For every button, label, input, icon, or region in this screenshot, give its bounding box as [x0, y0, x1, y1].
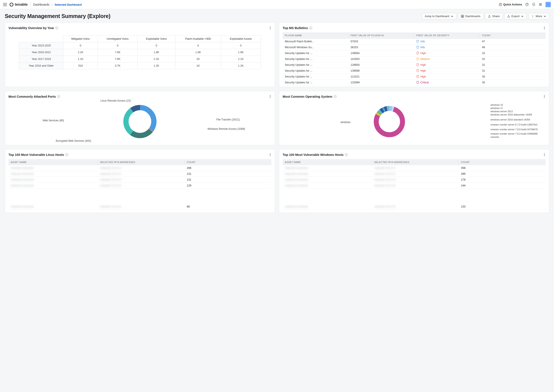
apps-icon[interactable]	[539, 3, 542, 6]
table-row[interactable]: Security Updates for ...121021High30	[283, 74, 546, 80]
jump-to-dashboard-button[interactable]: Jump to Dashboard	[422, 13, 456, 19]
ip-address: redacted 10.0.0.0	[98, 204, 185, 210]
severity: High	[414, 62, 480, 68]
svg-rect-6	[539, 4, 540, 5]
count: 32	[480, 56, 546, 62]
table-row[interactable]: Security Updates for ...126600High31	[283, 62, 546, 68]
info-icon[interactable]: i	[65, 153, 68, 156]
plugin-id: 121021	[348, 74, 414, 80]
card-menu[interactable]	[269, 94, 271, 99]
breadcrumb: Dashboards › Selected Dashboard	[33, 3, 82, 6]
breadcrumb-root[interactable]: Dashboards	[33, 3, 50, 6]
info-icon[interactable]: i	[345, 153, 348, 156]
export-button[interactable]: Export	[504, 13, 527, 19]
ip-address: redacted 10.0.0.0	[98, 171, 185, 177]
count: 358	[459, 165, 546, 171]
asset-name: redacted hostname	[283, 165, 372, 171]
topbar: tenable Dashboards › Selected Dashboard …	[0, 0, 554, 9]
table-row[interactable]: Microsoft Windows Su...38153Info46	[283, 44, 546, 50]
menu-toggle[interactable]	[3, 3, 7, 6]
os-legend: windows 10 windows 11 windows server 201…	[491, 103, 538, 139]
col-header[interactable]: COUNT	[185, 159, 271, 165]
plugin-id: 141503	[348, 56, 414, 62]
divider	[30, 2, 31, 7]
svg-rect-11	[541, 5, 542, 6]
help-icon[interactable]	[525, 3, 529, 6]
asset-name: redacted hostname	[283, 204, 372, 210]
count: 129	[185, 183, 271, 189]
share-button[interactable]: Share	[485, 13, 503, 19]
plugin-id: 139598	[348, 68, 414, 74]
severity: Info	[414, 39, 480, 44]
asset-name: redacted hostname	[283, 177, 372, 183]
col-header[interactable]: FIRST VALUE OF PLUGIN ID	[348, 32, 414, 39]
col-header[interactable]: PLUGIN NAME	[283, 32, 348, 39]
brand-logo[interactable]: tenable	[10, 2, 28, 7]
info-icon[interactable]: i	[309, 27, 312, 29]
table-row[interactable]: redacted hostnameredacted 10.0.0.0129	[8, 183, 271, 189]
table-row[interactable]: redacted hostnameredacted 10.0.0.0131	[8, 177, 271, 183]
asset-name: redacted hostname	[8, 183, 98, 189]
count: 31	[480, 62, 546, 68]
info-icon[interactable]: i	[55, 27, 58, 29]
table-row[interactable]: Security Updates for ...139598High31	[283, 68, 546, 74]
card-ms-bulletins: Top MS Bulletins i PLUGIN NAME FIRST VAL…	[279, 22, 549, 87]
table-row[interactable]: redacted hostnameredacted 10.0.0.0131	[8, 171, 271, 177]
col-header[interactable]: ASSET NAME	[283, 159, 372, 165]
severity: Critical	[414, 80, 480, 85]
linux-hosts-table: ASSET NAME SELECTED IPV4 ADDRESSES COUNT…	[8, 159, 271, 210]
info-icon[interactable]: i	[57, 95, 60, 98]
col-header[interactable]: ASSET NAME	[8, 159, 98, 165]
ip-address: redacted 10.0.0.0	[98, 183, 185, 189]
card-menu[interactable]	[543, 94, 546, 99]
svg-rect-7	[540, 4, 541, 5]
more-dots-icon	[531, 15, 534, 18]
table-row[interactable]: redacted hostnameredacted 10.0.0.0178	[283, 177, 546, 183]
card-os: Most Common Operating System i windows w…	[279, 91, 549, 145]
table-row[interactable]: redacted hostnameredacted 10.0.0.0265	[283, 171, 546, 177]
table-row[interactable]: redacted hostnameredacted 10.0.0.0133	[283, 204, 546, 210]
chevron-down-icon	[521, 15, 524, 18]
table-row[interactable]: Security Updates for ...141503Medium32	[283, 56, 546, 62]
card-menu[interactable]	[269, 152, 271, 157]
dashboards-button[interactable]: Dashboards	[458, 13, 483, 19]
table-row[interactable]: Security Updates for ...132999Critical30	[283, 80, 546, 85]
col-header[interactable]: SELECTED IPV4 ADDRESSES	[372, 159, 459, 165]
count: 131	[185, 177, 271, 183]
svg-rect-9	[539, 5, 540, 6]
count: 30	[480, 74, 546, 80]
donut-label: File Transfer (20/21)	[216, 118, 240, 121]
bell-icon[interactable]	[532, 3, 536, 6]
table-row[interactable]: redacted hostnameredacted 10.0.0.088	[8, 204, 271, 210]
card-menu[interactable]	[543, 26, 546, 30]
count: 133	[459, 204, 546, 210]
svg-rect-12	[545, 2, 551, 7]
table-row[interactable]: Microsoft Patch Bulleti...57033Info47	[283, 39, 546, 44]
svg-rect-16	[463, 16, 464, 18]
col-header[interactable]: COUNT	[480, 32, 546, 39]
count: 47	[480, 39, 546, 44]
card-menu[interactable]	[543, 152, 546, 157]
avatar[interactable]	[545, 2, 551, 7]
col-header[interactable]: COUNT	[459, 159, 546, 165]
table-row[interactable]: Security Updates for ...136564High32	[283, 50, 546, 56]
count: 178	[459, 177, 546, 183]
col-header[interactable]: SELECTED IPV4 ADDRESSES	[98, 159, 185, 165]
card-title: Most Common Operating System	[283, 95, 332, 98]
svg-point-18	[533, 16, 533, 16]
col-header[interactable]: FIRST VALUE OF SEVERITY	[414, 32, 480, 39]
count: 265	[459, 171, 546, 177]
more-button[interactable]: More	[528, 13, 549, 19]
info-icon[interactable]: i	[334, 95, 336, 98]
chevron-down-icon	[543, 15, 547, 18]
svg-point-17	[533, 15, 533, 15]
plugin-name: Security Updates for ...	[283, 80, 348, 85]
quick-actions-link[interactable]: Quick Actions	[499, 3, 522, 6]
card-vuln-overview: Vulnerability Overview by Year i Mitigat…	[5, 22, 275, 87]
table-row[interactable]: redacted hostnameredacted 10.0.0.0286	[8, 165, 271, 171]
breadcrumb-current[interactable]: Selected Dashboard	[55, 3, 82, 6]
card-menu[interactable]	[269, 26, 271, 30]
table-row[interactable]: redacted hostnameredacted 10.0.0.0358	[283, 165, 546, 171]
table-row[interactable]: redacted hostnameredacted 10.0.0.0144	[283, 183, 546, 189]
plugin-name: Security Updates for ...	[283, 74, 348, 80]
